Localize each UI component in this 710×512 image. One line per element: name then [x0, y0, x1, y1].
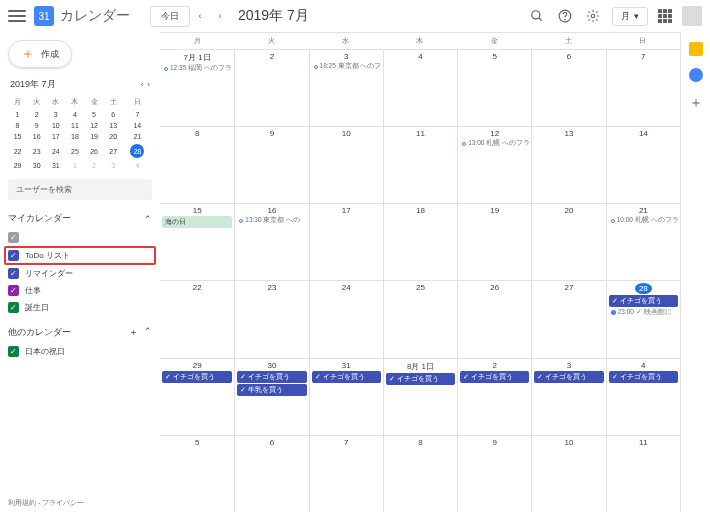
my-calendars-toggle[interactable]: マイカレンダー⌃: [8, 212, 152, 225]
create-button[interactable]: ＋作成: [8, 40, 72, 68]
mini-day[interactable]: 28: [123, 142, 152, 160]
day-cell[interactable]: 24: [309, 280, 383, 357]
day-cell[interactable]: 15海の日: [160, 203, 234, 280]
prev-month-icon[interactable]: ‹: [190, 6, 210, 26]
apps-icon[interactable]: [658, 9, 672, 23]
today-button[interactable]: 今日: [150, 6, 190, 27]
day-cell[interactable]: 17: [309, 203, 383, 280]
mini-next-icon[interactable]: ›: [147, 80, 150, 89]
day-cell[interactable]: 14: [606, 126, 680, 203]
mini-day[interactable]: 20: [104, 131, 123, 142]
calendar-item[interactable]: 誕生日: [8, 299, 152, 316]
day-cell[interactable]: 6: [234, 435, 308, 512]
day-cell[interactable]: 23: [234, 280, 308, 357]
add-calendar-icon[interactable]: ＋: [129, 326, 138, 339]
mini-day[interactable]: 11: [65, 120, 84, 131]
day-cell[interactable]: 4イチゴを買う: [606, 358, 680, 435]
mini-day[interactable]: 25: [65, 142, 84, 160]
settings-icon[interactable]: [584, 7, 602, 25]
task-event[interactable]: イチゴを買う: [237, 371, 306, 383]
day-cell[interactable]: 11: [383, 126, 457, 203]
mini-day[interactable]: 22: [8, 142, 27, 160]
day-cell[interactable]: 29イチゴを買う: [160, 358, 234, 435]
search-icon[interactable]: [528, 7, 546, 25]
addons-plus-icon[interactable]: ＋: [689, 94, 703, 112]
mini-day[interactable]: 30: [27, 160, 46, 171]
day-cell[interactable]: 9: [234, 126, 308, 203]
mini-day[interactable]: 7: [123, 109, 152, 120]
mini-day[interactable]: 12: [85, 120, 104, 131]
calendar-item[interactable]: リマインダー: [8, 265, 152, 282]
day-cell[interactable]: 2: [234, 49, 308, 126]
calendar-logo[interactable]: 31: [34, 6, 54, 26]
task-event[interactable]: イチゴを買う: [609, 371, 678, 383]
footer-links[interactable]: 利用規約 - プライバシー: [8, 498, 84, 508]
calendar-checkbox[interactable]: [8, 285, 19, 296]
mini-day[interactable]: 13: [104, 120, 123, 131]
day-cell[interactable]: 28イチゴを買う23:00 ✓ 映画館に: [606, 280, 680, 357]
mini-day[interactable]: 4: [65, 109, 84, 120]
timed-event[interactable]: 13:30 東京都 への: [237, 216, 306, 225]
day-cell[interactable]: 8: [383, 435, 457, 512]
mini-day[interactable]: 14: [123, 120, 152, 131]
task-event[interactable]: イチゴを買う: [386, 373, 455, 385]
mini-prev-icon[interactable]: ‹: [141, 80, 144, 89]
day-cell[interactable]: 9: [457, 435, 531, 512]
day-cell[interactable]: 5: [160, 435, 234, 512]
user-avatar[interactable]: [682, 6, 702, 26]
day-cell[interactable]: 18: [383, 203, 457, 280]
day-cell[interactable]: 6: [531, 49, 605, 126]
mini-day[interactable]: 5: [85, 109, 104, 120]
mini-calendar[interactable]: 月火水木金土日 12345678910111213141516171819202…: [8, 95, 152, 171]
calendar-checkbox[interactable]: [8, 250, 19, 261]
calendar-item[interactable]: 日本の祝日: [8, 343, 152, 360]
day-cell[interactable]: 1213:00 札幌 へのフラ: [457, 126, 531, 203]
mini-day[interactable]: 21: [123, 131, 152, 142]
day-cell[interactable]: 8月 1日イチゴを買う: [383, 358, 457, 435]
timed-event[interactable]: 23:00 ✓ 映画館に: [609, 308, 678, 317]
calendar-checkbox[interactable]: [8, 302, 19, 313]
mini-day[interactable]: 9: [27, 120, 46, 131]
mini-day[interactable]: 24: [46, 142, 65, 160]
mini-day[interactable]: 8: [8, 120, 27, 131]
day-cell[interactable]: 8: [160, 126, 234, 203]
day-cell[interactable]: 26: [457, 280, 531, 357]
day-cell[interactable]: 4: [383, 49, 457, 126]
day-cell[interactable]: 30イチゴを買う牛乳を買う: [234, 358, 308, 435]
task-event[interactable]: イチゴを買う: [162, 371, 232, 383]
mini-day[interactable]: 15: [8, 131, 27, 142]
task-event[interactable]: 牛乳を買う: [237, 384, 306, 396]
next-month-icon[interactable]: ›: [210, 6, 230, 26]
timed-event[interactable]: 12:35 福岡 へのフラ: [162, 64, 232, 73]
day-cell[interactable]: 2イチゴを買う: [457, 358, 531, 435]
timed-event[interactable]: 18:25 東京都 へのフラ: [312, 62, 381, 71]
calendar-checkbox[interactable]: [8, 232, 19, 243]
timed-event[interactable]: 13:00 札幌 へのフラ: [460, 139, 529, 148]
calendar-checkbox[interactable]: [8, 346, 19, 357]
day-cell[interactable]: 20: [531, 203, 605, 280]
day-cell[interactable]: 22: [160, 280, 234, 357]
day-cell[interactable]: 5: [457, 49, 531, 126]
tasks-icon[interactable]: [689, 68, 703, 82]
calendar-item[interactable]: 仕事: [8, 282, 152, 299]
menu-icon[interactable]: [8, 7, 26, 25]
calendar-item[interactable]: ToDo リスト: [4, 246, 156, 265]
mini-day[interactable]: 29: [8, 160, 27, 171]
mini-day[interactable]: 2: [27, 109, 46, 120]
mini-day[interactable]: 18: [65, 131, 84, 142]
timed-event[interactable]: 10:00 札幌 へのフラ: [609, 216, 678, 225]
day-cell[interactable]: 19: [457, 203, 531, 280]
calendar-checkbox[interactable]: [8, 268, 19, 279]
day-cell[interactable]: 7: [606, 49, 680, 126]
mini-day[interactable]: 26: [85, 142, 104, 160]
mini-day[interactable]: 2: [85, 160, 104, 171]
holiday-event[interactable]: 海の日: [162, 216, 232, 228]
task-event[interactable]: イチゴを買う: [534, 371, 603, 383]
calendar-item[interactable]: [8, 229, 152, 246]
keep-icon[interactable]: [689, 42, 703, 56]
mini-day[interactable]: 10: [46, 120, 65, 131]
mini-day[interactable]: 3: [46, 109, 65, 120]
view-selector[interactable]: 月▾: [612, 7, 648, 26]
task-event[interactable]: イチゴを買う: [609, 295, 678, 307]
task-event[interactable]: イチゴを買う: [312, 371, 381, 383]
